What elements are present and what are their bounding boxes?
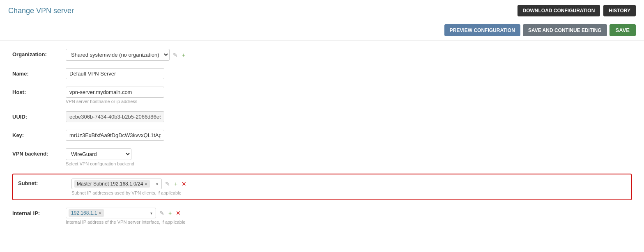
internal-ip-tag-value: 192.168.1.1 <box>71 210 97 216</box>
vpn-backend-label: VPN backend: <box>12 148 66 157</box>
page-header: Change VPN server DOWNLOAD CONFIGURATION… <box>0 0 644 20</box>
save-button[interactable]: SAVE <box>610 24 636 36</box>
host-help: VPN server hostname or ip address <box>66 99 271 104</box>
preview-config-button[interactable]: Preview configuration <box>444 24 520 36</box>
subnet-add-icon[interactable]: + <box>173 181 178 187</box>
organization-add-icon[interactable]: + <box>181 52 186 58</box>
name-field <box>66 68 271 79</box>
organization-field: Shared systemwide (no organization) ✎ + <box>66 49 271 61</box>
internal-ip-field: 192.168.1.1 × ▾ ✎ + ✕ Internal IP addres… <box>66 208 271 225</box>
download-config-button[interactable]: DOWNLOAD CONFIGURATION <box>518 5 600 16</box>
host-input[interactable] <box>66 87 164 98</box>
subnet-help: Subnet IP addresses used by VPN clients,… <box>71 190 277 195</box>
key-input[interactable] <box>66 130 164 141</box>
name-input[interactable] <box>66 68 164 79</box>
subnet-label: Subnet: <box>18 179 71 186</box>
subnet-tag-value: Master Subnet 192.168.1.0/24 <box>77 181 143 187</box>
internal-ip-add-icon[interactable]: + <box>168 210 172 216</box>
internal-ip-row: Internal IP: 192.168.1.1 × ▾ ✎ + ✕ Inter… <box>12 208 632 225</box>
vpn-backend-row: VPN backend: WireGuard Select VPN config… <box>12 148 632 166</box>
host-row: Host: VPN server hostname or ip address <box>12 87 632 104</box>
subnet-dropdown-arrow[interactable]: ▾ <box>155 182 159 186</box>
subnet-field: Master Subnet 192.168.1.0/24 × ▾ ✎ + ✕ S… <box>71 179 277 195</box>
organization-row: Organization: Shared systemwide (no orga… <box>12 49 632 61</box>
subnet-tag-remove[interactable]: × <box>145 181 147 186</box>
internal-ip-tag-item: 192.168.1.1 × <box>69 209 104 217</box>
key-row: Key: <box>12 130 632 141</box>
internal-ip-label: Internal IP: <box>12 208 66 216</box>
uuid-field <box>66 111 271 122</box>
vpn-backend-field: WireGuard Select VPN configuration backe… <box>66 148 271 166</box>
internal-ip-tag-wrapper: 192.168.1.1 × ▾ ✎ + ✕ <box>66 208 271 218</box>
vpn-backend-help: Select VPN configuration backend <box>66 161 271 166</box>
organization-select-wrapper: Shared systemwide (no organization) ✎ + <box>66 49 271 61</box>
key-label: Key: <box>12 130 66 138</box>
subnet-row: Subnet: Master Subnet 192.168.1.0/24 × ▾… <box>12 174 632 200</box>
subnet-tag-select[interactable]: Master Subnet 192.168.1.0/24 × ▾ <box>71 179 162 189</box>
vpn-backend-select[interactable]: WireGuard <box>66 148 131 160</box>
uuid-label: UUID: <box>12 111 66 120</box>
internal-ip-dropdown-arrow[interactable]: ▾ <box>150 211 153 215</box>
internal-ip-tag-select[interactable]: 192.168.1.1 × ▾ <box>66 208 156 218</box>
action-bar: Preview configuration Save and continue … <box>0 20 644 41</box>
subnet-edit-icon[interactable]: ✎ <box>164 181 171 187</box>
subnet-delete-icon[interactable]: ✕ <box>181 181 187 187</box>
organization-label: Organization: <box>12 49 66 57</box>
internal-ip-edit-icon[interactable]: ✎ <box>159 210 165 216</box>
name-row: Name: <box>12 68 632 79</box>
uuid-input[interactable] <box>66 111 164 122</box>
form-container: Organization: Shared systemwide (no orga… <box>0 41 644 240</box>
subnet-tag-item: Master Subnet 192.168.1.0/24 × <box>74 180 150 188</box>
organization-edit-icon[interactable]: ✎ <box>172 52 179 58</box>
host-field: VPN server hostname or ip address <box>66 87 271 104</box>
header-buttons: DOWNLOAD CONFIGURATION HISTORY <box>518 5 636 16</box>
internal-ip-tag-remove[interactable]: × <box>99 211 101 215</box>
page-title: Change VPN server <box>8 7 74 15</box>
subnet-tag-wrapper: Master Subnet 192.168.1.0/24 × ▾ ✎ + ✕ <box>71 179 277 189</box>
key-field <box>66 130 271 141</box>
internal-ip-delete-icon[interactable]: ✕ <box>175 210 182 216</box>
host-label: Host: <box>12 87 66 95</box>
organization-select[interactable]: Shared systemwide (no organization) <box>66 49 170 61</box>
name-label: Name: <box>12 68 66 77</box>
internal-ip-help: Internal IP address of the VPN server in… <box>66 220 271 225</box>
history-button[interactable]: HISTORY <box>603 5 636 16</box>
save-continue-button[interactable]: Save and continue editing <box>523 24 607 36</box>
uuid-row: UUID: <box>12 111 632 122</box>
